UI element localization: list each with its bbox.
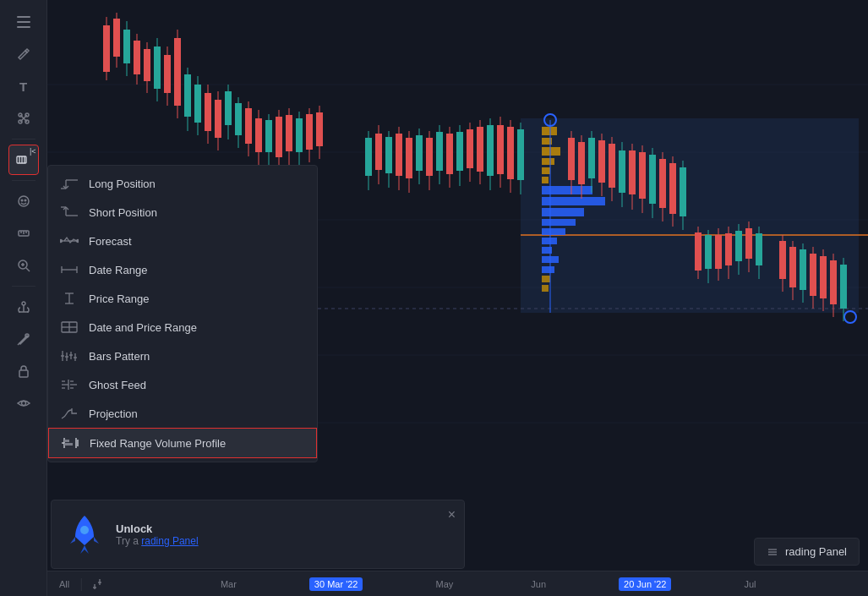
eye-icon[interactable] bbox=[8, 388, 39, 418]
ruler-icon[interactable] bbox=[8, 218, 39, 249]
short-position-icon bbox=[60, 205, 79, 220]
long-position-label: Long Position bbox=[89, 178, 156, 190]
svg-rect-173 bbox=[756, 233, 762, 265]
svg-rect-85 bbox=[225, 91, 232, 125]
forecast-icon bbox=[60, 233, 79, 249]
svg-rect-147 bbox=[619, 150, 625, 193]
time-jun[interactable]: Jun bbox=[526, 577, 551, 591]
popup-content: Unlock Try a rading Panel bbox=[116, 522, 199, 547]
svg-rect-153 bbox=[649, 155, 656, 204]
text-icon[interactable]: T bbox=[8, 71, 39, 101]
svg-point-15 bbox=[25, 200, 26, 201]
svg-rect-91 bbox=[255, 118, 262, 152]
svg-rect-89 bbox=[245, 108, 252, 144]
menu-item-projection[interactable]: Projection bbox=[48, 399, 317, 428]
bars-pattern-icon bbox=[60, 348, 79, 364]
svg-point-58 bbox=[844, 311, 856, 323]
measure-tool-icon[interactable]: |< bbox=[8, 145, 39, 175]
svg-rect-99 bbox=[296, 118, 303, 152]
short-position-label: Short Position bbox=[89, 206, 157, 219]
svg-rect-149 bbox=[629, 150, 636, 194]
svg-line-28 bbox=[18, 343, 19, 345]
pen2-icon[interactable] bbox=[8, 324, 39, 354]
time-bar: All | Mar 30 Mar '22 May Jun 20 Jun '22 … bbox=[47, 571, 868, 596]
trading-panel-button[interactable]: rading Panel bbox=[754, 538, 860, 566]
svg-rect-155 bbox=[659, 159, 666, 208]
svg-rect-107 bbox=[375, 134, 382, 170]
ghost-feed-label: Ghost Feed bbox=[89, 379, 146, 391]
svg-rect-145 bbox=[609, 144, 615, 188]
anchor-icon[interactable] bbox=[8, 292, 39, 322]
svg-rect-133 bbox=[507, 127, 514, 179]
svg-rect-46 bbox=[542, 186, 592, 194]
svg-rect-167 bbox=[725, 233, 732, 265]
menu-item-bars-pattern[interactable]: Bars Pattern bbox=[48, 342, 317, 370]
menu-item-fixed-range-volume[interactable]: Fixed Range Volume Profile bbox=[48, 428, 317, 458]
svg-rect-101 bbox=[306, 114, 313, 150]
svg-rect-55 bbox=[542, 276, 550, 282]
svg-rect-61 bbox=[103, 25, 110, 72]
time-jul[interactable]: Jul bbox=[739, 577, 761, 591]
svg-rect-50 bbox=[542, 228, 565, 235]
svg-rect-226 bbox=[64, 440, 69, 442]
ghost-feed-icon bbox=[60, 377, 79, 392]
svg-rect-169 bbox=[735, 231, 742, 261]
popup-title: Unlock bbox=[116, 522, 199, 535]
hamburger-icon[interactable] bbox=[8, 7, 39, 37]
svg-rect-181 bbox=[810, 254, 816, 296]
svg-rect-185 bbox=[830, 260, 837, 304]
svg-rect-117 bbox=[426, 138, 433, 176]
date-range-label: Date Range bbox=[89, 264, 147, 276]
svg-rect-63 bbox=[113, 19, 120, 57]
popup-link[interactable]: rading Panel bbox=[141, 535, 198, 547]
time-30mar[interactable]: 30 Mar '22 bbox=[309, 577, 363, 591]
date-price-range-label: Date and Price Range bbox=[89, 321, 197, 334]
svg-rect-109 bbox=[385, 137, 392, 173]
popup-close-button[interactable]: × bbox=[448, 507, 456, 522]
menu-item-date-range[interactable]: Date Range bbox=[48, 255, 317, 284]
menu-item-date-price-range[interactable]: Date and Price Range bbox=[48, 313, 317, 342]
svg-rect-97 bbox=[286, 115, 292, 151]
zoom-icon[interactable] bbox=[8, 250, 39, 281]
svg-rect-161 bbox=[695, 232, 701, 271]
forecast-label: Forecast bbox=[89, 235, 132, 248]
svg-rect-40 bbox=[542, 127, 557, 135]
svg-rect-0 bbox=[17, 16, 30, 18]
svg-rect-183 bbox=[820, 256, 827, 298]
svg-rect-179 bbox=[800, 249, 806, 290]
svg-rect-113 bbox=[406, 138, 412, 178]
svg-rect-151 bbox=[639, 152, 646, 199]
svg-rect-54 bbox=[542, 266, 554, 273]
time-mar[interactable]: Mar bbox=[216, 577, 242, 591]
menu-item-forecast[interactable]: Forecast bbox=[48, 227, 317, 255]
menu-item-long-position[interactable]: Long Position bbox=[48, 169, 317, 198]
dropdown-menu: Long Position Short Position Forecast bbox=[47, 165, 318, 462]
svg-rect-137 bbox=[568, 138, 575, 180]
svg-rect-115 bbox=[416, 135, 423, 171]
lock-icon[interactable] bbox=[8, 356, 39, 386]
svg-rect-56 bbox=[542, 285, 549, 292]
svg-rect-87 bbox=[235, 103, 242, 135]
time-20jun[interactable]: 20 Jun '22 bbox=[619, 577, 671, 591]
menu-item-short-position[interactable]: Short Position bbox=[48, 198, 317, 227]
svg-rect-131 bbox=[497, 125, 504, 174]
projection-icon bbox=[60, 406, 79, 421]
svg-rect-159 bbox=[680, 167, 686, 216]
svg-rect-43 bbox=[542, 158, 554, 165]
frvp-label: Fixed Range Volume Profile bbox=[90, 437, 226, 450]
svg-rect-69 bbox=[144, 49, 150, 81]
svg-rect-83 bbox=[215, 100, 221, 138]
trading-panel-label: rading Panel bbox=[785, 545, 847, 558]
svg-rect-175 bbox=[779, 241, 786, 279]
pen-icon[interactable] bbox=[8, 39, 39, 69]
separator3 bbox=[12, 286, 35, 287]
menu-item-ghost-feed[interactable]: Ghost Feed bbox=[48, 370, 317, 399]
menu-item-price-range[interactable]: Price Range bbox=[48, 284, 317, 313]
chart-type-icon[interactable] bbox=[91, 577, 106, 591]
timeframe-all[interactable]: All bbox=[54, 577, 74, 591]
svg-rect-125 bbox=[467, 129, 473, 168]
smiley-icon[interactable] bbox=[8, 186, 39, 216]
nodes-icon[interactable] bbox=[8, 103, 39, 134]
time-may[interactable]: May bbox=[430, 577, 458, 591]
svg-rect-45 bbox=[542, 177, 549, 183]
